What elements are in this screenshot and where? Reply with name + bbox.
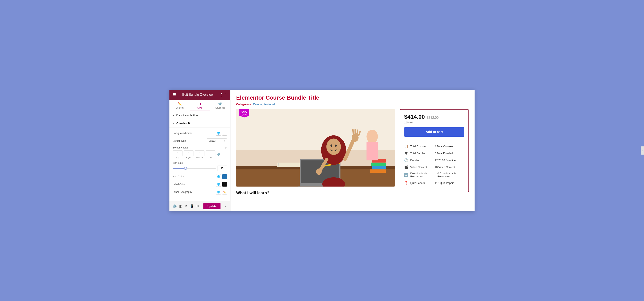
border-radius-top-input[interactable] — [173, 150, 182, 156]
history-icon[interactable]: ↺ — [185, 204, 187, 208]
duration-icon: 🕐 — [404, 158, 408, 162]
label-typography-edit-btn[interactable]: ✏️ — [222, 190, 227, 194]
tab-advanced-label: Advanced — [215, 107, 225, 109]
border-radius-left-group: Left — [206, 150, 216, 159]
downloadable-value: 0 Downloadable Resources — [437, 172, 464, 178]
label-color-global-btn[interactable]: 🌐 — [216, 182, 221, 187]
price-cart-section[interactable]: ▶ Price & cart button — [170, 111, 230, 119]
duration-value: 17:20:00 Duration — [435, 159, 456, 162]
main-area: SAVE 25% — [236, 109, 395, 195]
section-title: What I will learn? — [236, 191, 395, 195]
add-to-cart-button[interactable]: Add to cart — [404, 127, 464, 137]
border-type-field: Border Type Default None Solid Dashed ▼ — [173, 138, 227, 143]
svg-point-12 — [326, 138, 341, 155]
save-badge-line1: SAVE — [242, 110, 247, 113]
border-radius-right-label: Right — [186, 156, 191, 159]
icon-color-swatch[interactable] — [222, 174, 227, 179]
svg-point-16 — [352, 134, 358, 142]
border-radius-bottom-input[interactable] — [195, 150, 204, 156]
update-button[interactable]: Update — [204, 203, 220, 209]
quiz-papers-label: Quiz Papers — [410, 181, 433, 184]
total-courses-value: 4 Total Courses — [435, 145, 453, 148]
svg-point-22 — [316, 168, 322, 175]
panel-header: ☰ Edit Bundle Overview ⋮⋮ — [170, 90, 230, 100]
background-color-label: Background Color — [173, 132, 192, 135]
icon-color-controls: 🌐 — [216, 174, 227, 179]
label-typography-global-btn[interactable]: 🌐 — [216, 190, 221, 194]
tab-style-label: Style — [197, 107, 202, 109]
video-content-label: Video Content — [410, 166, 433, 169]
device-icon[interactable]: 📱 — [190, 204, 194, 208]
contrast-icon: ◑ — [198, 102, 202, 106]
content-layout: SAVE 25% — [236, 109, 469, 195]
svg-line-18 — [357, 130, 358, 134]
icon-size-slider-fill — [173, 168, 186, 169]
svg-point-14 — [335, 144, 337, 147]
tab-advanced[interactable]: ⚙️ Advanced — [210, 100, 230, 111]
course-image-wrapper: SAVE 25% — [236, 109, 395, 187]
border-radius-right-input[interactable] — [184, 150, 194, 156]
settings-icon[interactable]: ⚙️ — [173, 204, 177, 208]
price-main: $414.00 — [404, 114, 425, 120]
categories-links[interactable]: Design, Featured — [253, 103, 275, 106]
label-typography-field: Label Typography 🌐 ✏️ — [173, 190, 227, 194]
course-title: Elementor Course Bundle Title — [236, 95, 469, 101]
icon-size-slider-track[interactable] — [173, 168, 216, 169]
border-type-select[interactable]: Default None Solid Dashed — [207, 138, 227, 143]
chevron-up-icon[interactable]: ▲ — [224, 205, 227, 208]
layers-icon[interactable]: ◧ — [179, 204, 182, 208]
pencil-icon: ✏️ — [178, 102, 182, 106]
total-courses-label: Total Courses — [410, 145, 433, 148]
icon-size-slider-thumb[interactable] — [184, 167, 187, 170]
border-radius-right-group: Right — [184, 150, 194, 159]
video-icon: 🎬 — [404, 165, 408, 169]
border-radius-left-label: Left — [209, 156, 212, 159]
save-badge-line2: 25% — [242, 113, 247, 116]
tab-content-label: Content — [176, 107, 184, 109]
overview-total-enrolled: 🎓 Total Enrolled 0 Total Enrolled — [404, 151, 464, 155]
categories-row: Categories: Design, Featured — [236, 103, 469, 106]
background-color-swatch[interactable] — [222, 131, 227, 136]
quiz-icon: ❓ — [404, 181, 408, 185]
price-row: $414.00 $552.00 — [404, 114, 464, 120]
icon-color-global-btn[interactable]: 🌐 — [216, 174, 221, 179]
link-corners-icon[interactable]: 🔗 — [217, 153, 220, 156]
hamburger-icon[interactable]: ☰ — [173, 93, 176, 97]
tab-style[interactable]: ◑ Style — [190, 100, 210, 111]
icon-color-label: Icon Color — [173, 175, 184, 178]
preview-icon[interactable]: 👁 — [196, 204, 200, 208]
border-radius-bottom-group: Bottom — [195, 150, 204, 159]
overview-downloadable: ⬇️ Downloadable Resources 0 Downloadable… — [404, 172, 464, 178]
categories-label: Categories: — [236, 103, 252, 106]
background-color-global-btn[interactable]: 🌐 — [216, 131, 221, 136]
tab-content[interactable]: ✏️ Content — [170, 100, 190, 111]
label-typography-controls: 🌐 ✏️ — [216, 190, 227, 194]
border-radius-field: Border Radius px Top Right — [173, 146, 227, 159]
overview-video-content: 🎬 Video Content 18 Video Content — [404, 165, 464, 169]
panel-header-title: Edit Bundle Overview — [182, 93, 214, 97]
border-radius-bottom-label: Bottom — [196, 156, 203, 159]
download-icon: ⬇️ — [404, 173, 408, 177]
background-color-controls: 🌐 — [216, 131, 227, 136]
label-color-controls: 🌐 — [216, 182, 227, 187]
border-radius-top-group: Top — [173, 150, 182, 159]
total-enrolled-value: 0 Total Enrolled — [435, 152, 453, 155]
overview-divider — [404, 141, 464, 141]
total-enrolled-label: Total Enrolled — [410, 152, 433, 155]
grid-icon[interactable]: ⋮⋮ — [220, 93, 227, 97]
icon-size-number-input[interactable] — [217, 166, 227, 171]
svg-point-13 — [330, 144, 332, 147]
gear-icon: ⚙️ — [218, 102, 222, 106]
main-content: Elementor Course Bundle Title Categories… — [230, 90, 474, 211]
background-color-field: Background Color 🌐 — [173, 131, 227, 136]
svg-rect-25 — [372, 166, 386, 169]
overview-box-label: Overview Box — [176, 122, 193, 125]
border-radius-label: Border Radius — [173, 146, 188, 149]
save-badge: SAVE 25% — [240, 109, 250, 118]
left-panel: ☰ Edit Bundle Overview ⋮⋮ ✏️ Content ◑ S… — [170, 90, 230, 211]
enrolled-icon: 🎓 — [404, 151, 408, 155]
overview-box-section-header[interactable]: ▼ Overview Box — [170, 119, 230, 128]
label-color-swatch[interactable] — [222, 182, 227, 187]
border-radius-left-input[interactable] — [206, 150, 216, 156]
overview-duration: 🕐 Duration 17:20:00 Duration — [404, 158, 464, 162]
